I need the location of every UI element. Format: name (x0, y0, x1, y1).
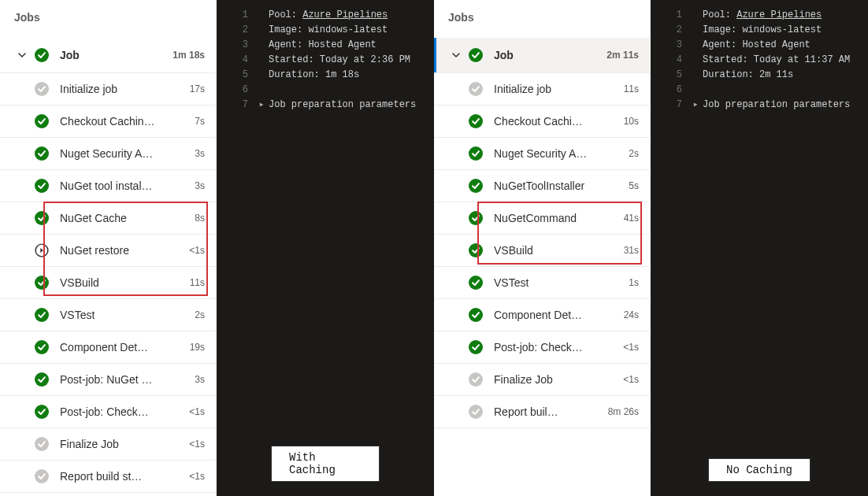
jobs-panel-left: Jobs Job 1m 18s Initialize job17sCheckou… (0, 0, 217, 496)
success-icon (35, 308, 49, 322)
step-row[interactable]: Finalize Job<1s (0, 428, 216, 460)
step-row[interactable]: Report build st…<1s (0, 461, 216, 492)
step-duration: 19s (190, 342, 205, 353)
job-row-summary[interactable]: Job 1m 18s (0, 38, 216, 72)
step-duration: 8m 26s (608, 406, 639, 417)
step-duration: 31s (624, 245, 639, 256)
step-duration: 8s (195, 213, 205, 224)
step-name: Report build st… (60, 470, 142, 483)
step-name: Report buil… (494, 405, 558, 418)
chevron-down-icon[interactable] (16, 49, 28, 61)
success-icon (35, 405, 49, 419)
step-name: Post-job: NuGet … (60, 373, 153, 386)
step-row[interactable]: VSBuild31s (434, 235, 650, 266)
completed-gray-icon (469, 82, 483, 96)
step-name: Post-job: Check… (494, 341, 583, 353)
step-row[interactable]: Nuget Security A…3s (0, 138, 216, 169)
job-name: Job (60, 49, 80, 61)
step-duration: 3s (195, 374, 205, 385)
log-expandable-line[interactable]: 7▸Job preparation parameters (217, 98, 434, 113)
step-row[interactable]: NuGet Cache8s (0, 202, 216, 234)
step-duration: 7s (195, 116, 205, 127)
completed-gray-icon (35, 82, 49, 96)
step-row[interactable]: Post-job: Check…<1s (434, 331, 650, 363)
step-name: Post-job: Check… (60, 405, 149, 418)
step-duration: <1s (189, 439, 205, 450)
success-icon (35, 372, 49, 387)
chevron-down-icon[interactable] (450, 49, 462, 61)
step-duration: 24s (624, 309, 639, 320)
step-name: NuGet tool instal… (60, 180, 153, 192)
completed-gray-icon (35, 437, 49, 451)
step-name: Component Det… (60, 341, 148, 353)
step-name: Finalize Job (494, 373, 553, 386)
step-duration: 11s (624, 83, 639, 94)
step-row[interactable]: Checkout Cachin…7s (0, 105, 216, 137)
completed-gray-icon (35, 469, 49, 483)
step-name: Component Det… (494, 309, 582, 321)
success-icon (469, 308, 483, 322)
success-icon (35, 114, 49, 128)
step-row[interactable]: NuGet tool instal…3s (0, 170, 216, 202)
step-name: Nuget Security A… (60, 147, 153, 160)
step-name: NuGetToolInstaller (494, 180, 584, 192)
step-row[interactable]: Post-job: Check…<1s (0, 396, 216, 428)
step-duration: <1s (189, 245, 205, 256)
success-icon (469, 340, 483, 354)
job-duration: 2m 11s (606, 50, 639, 61)
completed-gray-icon (469, 372, 483, 387)
step-duration: <1s (623, 374, 639, 385)
step-duration: 2s (195, 309, 205, 320)
step-name: Initialize job (60, 83, 117, 95)
step-row[interactable]: Initialize job17s (0, 73, 216, 105)
step-name: NuGet Cache (60, 212, 127, 224)
step-duration: 1s (629, 277, 639, 288)
success-icon (469, 211, 483, 225)
step-duration: <1s (189, 406, 205, 417)
step-name: VSTest (60, 309, 95, 321)
jobs-panel-right: Jobs Job 2m 11s Initialize job11sCheckou… (434, 0, 651, 496)
caption-label: No Caching (708, 458, 811, 482)
step-row[interactable]: Checkout Cachi…10s (434, 105, 650, 137)
step-duration: 17s (190, 83, 205, 94)
step-row[interactable]: Component Det…24s (434, 299, 650, 331)
step-duration: 41s (624, 213, 639, 224)
step-name: Nuget Security A… (494, 147, 587, 160)
success-icon (469, 48, 483, 62)
step-row[interactable]: Initialize job11s (434, 73, 650, 105)
step-name: Initialize job (494, 83, 551, 95)
step-row[interactable]: Report buil…8m 26s (434, 396, 650, 428)
step-row[interactable]: NuGetCommand41s (434, 202, 650, 234)
step-row[interactable]: NuGetToolInstaller5s (434, 170, 650, 202)
step-duration: 2s (629, 148, 639, 159)
caption-label: With Caching (271, 446, 380, 482)
step-name: NuGet restore (60, 244, 129, 257)
step-row[interactable]: VSBuild11s (0, 267, 216, 298)
success-icon (35, 276, 49, 290)
step-duration: <1s (189, 471, 205, 482)
success-icon (35, 48, 49, 62)
step-duration: 3s (195, 180, 205, 191)
step-row[interactable]: VSTest1s (434, 267, 650, 298)
log-panel-right: 1Pool: Azure Pipelines 2Image: windows-l… (651, 0, 868, 496)
step-row[interactable]: NuGet restore<1s (0, 235, 216, 266)
step-row[interactable]: Post-job: NuGet …3s (0, 364, 216, 395)
step-row[interactable]: Finalize Job<1s (434, 364, 650, 395)
skipped-icon (35, 243, 49, 257)
step-name: Checkout Cachi… (494, 115, 583, 128)
success-icon (35, 146, 49, 161)
step-row[interactable]: Nuget Security A…2s (434, 138, 650, 169)
step-duration: <1s (623, 342, 639, 353)
log-panel-left: 1Pool: Azure Pipelines 2Image: windows-l… (217, 0, 434, 496)
step-row[interactable]: VSTest2s (0, 299, 216, 331)
step-name: Finalize Job (60, 438, 119, 450)
step-row[interactable]: Component Det…19s (0, 331, 216, 363)
jobs-header: Jobs (434, 0, 650, 38)
log-expandable-line[interactable]: 7▸Job preparation parameters (651, 98, 868, 113)
job-duration: 1m 18s (172, 50, 205, 61)
success-icon (469, 243, 483, 257)
step-duration: 3s (195, 148, 205, 159)
job-row-summary[interactable]: Job 2m 11s (434, 38, 650, 72)
step-name: NuGetCommand (494, 212, 577, 224)
step-duration: 10s (624, 116, 639, 127)
